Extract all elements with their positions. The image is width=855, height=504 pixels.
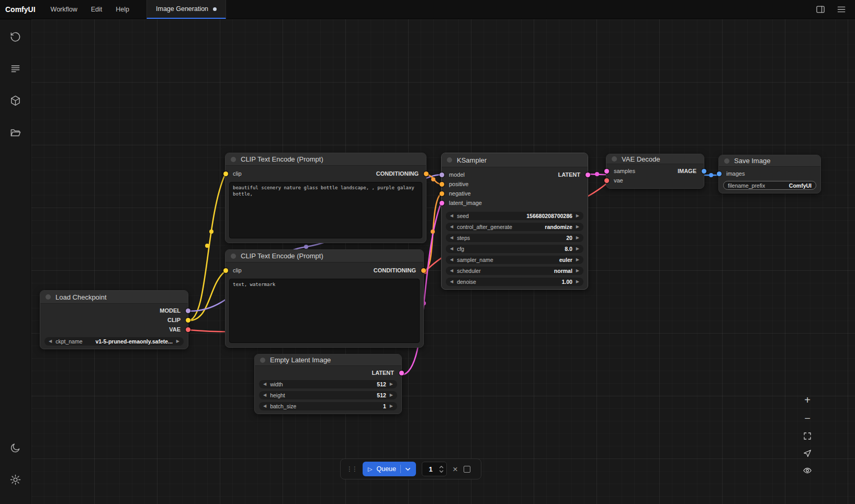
node-vae-decode[interactable]: VAE Decode samples IMAGE vae xyxy=(606,154,704,189)
node-load-checkpoint[interactable]: Load Checkpoint MODEL CLIP VAE ◀ ckpt_na… xyxy=(40,290,188,349)
scheduler-widget[interactable]: ◀ scheduler normal ▶ xyxy=(446,267,583,275)
samples-input-port[interactable] xyxy=(604,169,609,174)
node-header[interactable]: KSampler xyxy=(442,153,588,167)
increment-icon[interactable]: ▶ xyxy=(576,280,579,284)
decrement-icon[interactable]: ◀ xyxy=(450,269,453,273)
increment-icon[interactable]: ▶ xyxy=(576,269,579,273)
batch-size-widget[interactable]: ◀ batch_size 1 ▶ xyxy=(259,402,397,410)
cfg-widget[interactable]: ◀ cfg 8.0 ▶ xyxy=(446,245,583,253)
node-header[interactable]: Empty Latent Image xyxy=(255,354,401,366)
menu-workflow[interactable]: Workflow xyxy=(44,0,84,19)
increment-icon[interactable]: ▶ xyxy=(576,225,579,229)
theme-toggle-button[interactable] xyxy=(6,438,26,457)
sidebar-queue-history-button[interactable] xyxy=(6,27,26,47)
count-increment-icon[interactable] xyxy=(439,465,444,468)
decrement-icon[interactable]: ◀ xyxy=(450,225,453,229)
toggle-panel-icon[interactable] xyxy=(815,4,826,15)
hamburger-menu-icon[interactable] xyxy=(836,4,847,15)
steps-widget[interactable]: ◀ steps 20 ▶ xyxy=(446,234,583,242)
decrement-icon[interactable]: ◀ xyxy=(263,382,266,386)
clip-input-port[interactable] xyxy=(223,268,228,273)
images-input-port[interactable] xyxy=(717,171,722,176)
increment-icon[interactable]: ▶ xyxy=(390,382,393,386)
count-decrement-icon[interactable] xyxy=(439,470,444,473)
zoom-out-icon[interactable]: − xyxy=(804,413,811,423)
node-clip-text-encode-positive[interactable]: CLIP Text Encode (Prompt) clip CONDITION… xyxy=(225,153,426,243)
pointer-mode-icon[interactable] xyxy=(803,449,812,458)
increment-icon[interactable]: ▶ xyxy=(390,393,393,397)
decrement-icon[interactable]: ◀ xyxy=(263,393,266,397)
height-widget[interactable]: ◀ height 512 ▶ xyxy=(259,391,397,399)
decrement-icon[interactable]: ◀ xyxy=(450,247,453,251)
node-clip-text-encode-negative[interactable]: CLIP Text Encode (Prompt) clip CONDITION… xyxy=(225,249,424,348)
queue-button[interactable]: ▷ Queue xyxy=(363,462,416,476)
collapse-dot-icon[interactable] xyxy=(447,157,452,163)
conditioning-output-port[interactable] xyxy=(421,268,426,273)
latent-output-port[interactable] xyxy=(586,173,590,177)
ckpt-name-widget[interactable]: ◀ ckpt_name v1-5-pruned-emaonly.safete..… xyxy=(44,337,184,346)
latent-output-port[interactable] xyxy=(399,371,404,375)
node-header[interactable]: CLIP Text Encode (Prompt) xyxy=(226,153,426,166)
decrement-icon[interactable]: ◀ xyxy=(450,258,453,262)
node-save-image[interactable]: Save Image images filename_prefix ComfyU… xyxy=(718,155,821,193)
increment-icon[interactable]: ▶ xyxy=(176,339,179,343)
positive-input-port[interactable] xyxy=(440,182,444,187)
image-output-port[interactable] xyxy=(702,169,706,174)
filename-prefix-widget[interactable]: filename_prefix ComfyUI xyxy=(723,181,816,190)
settings-button[interactable] xyxy=(6,469,26,489)
eye-icon[interactable] xyxy=(803,466,812,475)
decrement-icon[interactable]: ◀ xyxy=(450,214,453,218)
batch-count-input[interactable]: 1 xyxy=(422,462,447,476)
collapse-dot-icon[interactable] xyxy=(724,158,729,164)
model-input-port[interactable] xyxy=(440,173,444,177)
sidebar-model-library-button[interactable] xyxy=(6,90,26,110)
stop-icon[interactable] xyxy=(464,466,470,473)
node-header[interactable]: VAE Decode xyxy=(606,154,704,164)
node-header[interactable]: CLIP Text Encode (Prompt) xyxy=(226,250,423,262)
sampler-name-widget[interactable]: ◀ sampler_name euler ▶ xyxy=(446,256,583,264)
collapse-dot-icon[interactable] xyxy=(231,157,236,162)
node-header[interactable]: Save Image xyxy=(719,155,820,167)
tab-image-generation[interactable]: Image Generation xyxy=(147,0,226,19)
conditioning-output-port[interactable] xyxy=(424,171,429,176)
decrement-icon[interactable]: ◀ xyxy=(450,280,453,284)
negative-input-port[interactable] xyxy=(440,191,444,196)
chevron-down-icon[interactable] xyxy=(405,467,411,472)
increment-icon[interactable]: ▶ xyxy=(576,236,579,240)
collapse-dot-icon[interactable] xyxy=(46,294,51,300)
clip-input-port[interactable] xyxy=(223,171,228,176)
drag-handle-icon[interactable]: ⋮⋮ xyxy=(346,466,357,472)
clear-queue-icon[interactable]: × xyxy=(453,465,458,474)
increment-icon[interactable]: ▶ xyxy=(576,258,579,262)
collapse-dot-icon[interactable] xyxy=(612,156,617,162)
collapse-dot-icon[interactable] xyxy=(231,254,236,259)
prompt-text-field[interactable]: beautiful scenery nature glass bottle la… xyxy=(229,182,422,238)
seed-widget[interactable]: ◀ seed 156680208700286 ▶ xyxy=(446,212,583,220)
decrement-icon[interactable]: ◀ xyxy=(49,339,52,343)
denoise-widget[interactable]: ◀ denoise 1.00 ▶ xyxy=(446,278,583,286)
vae-input-port[interactable] xyxy=(604,178,609,183)
latent-image-input-port[interactable] xyxy=(440,201,444,205)
node-ksampler[interactable]: KSampler model LATENT positive negative … xyxy=(441,153,588,290)
clip-output-port[interactable] xyxy=(186,318,190,323)
moon-icon xyxy=(9,442,21,454)
menu-edit[interactable]: Edit xyxy=(84,0,109,19)
fit-view-icon[interactable] xyxy=(803,431,812,441)
increment-icon[interactable]: ▶ xyxy=(576,214,579,218)
vae-output-port[interactable] xyxy=(186,327,190,332)
model-output-port[interactable] xyxy=(186,308,190,313)
width-widget[interactable]: ◀ width 512 ▶ xyxy=(259,380,397,388)
decrement-icon[interactable]: ◀ xyxy=(450,236,453,240)
increment-icon[interactable]: ▶ xyxy=(576,247,579,251)
zoom-in-icon[interactable]: + xyxy=(804,395,811,405)
sidebar-workflows-button[interactable] xyxy=(6,122,26,142)
node-empty-latent-image[interactable]: Empty Latent Image LATENT ◀ width 512 ▶ … xyxy=(254,354,402,414)
increment-icon[interactable]: ▶ xyxy=(390,404,393,408)
node-header[interactable]: Load Checkpoint xyxy=(40,291,188,304)
decrement-icon[interactable]: ◀ xyxy=(263,404,266,408)
sidebar-node-library-button[interactable] xyxy=(6,59,26,78)
collapse-dot-icon[interactable] xyxy=(260,358,265,363)
prompt-text-field[interactable]: text, watermark xyxy=(229,279,420,343)
control-after-generate-widget[interactable]: ◀ control_after_generate randomize ▶ xyxy=(446,223,583,231)
menu-help[interactable]: Help xyxy=(109,0,136,19)
